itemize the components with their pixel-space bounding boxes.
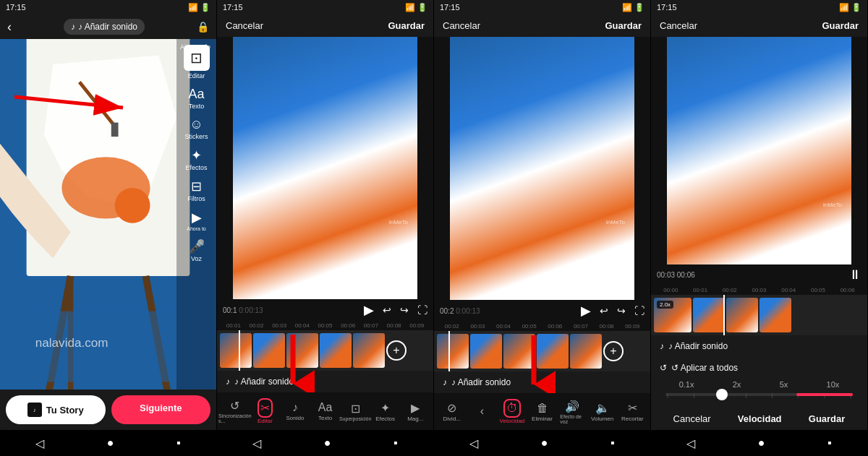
story-editor-header: ‹ ♪ ♪ Añadir sonido 🔒	[0, 14, 216, 39]
add-sound-bar-4[interactable]: ♪ ♪ Añadir sonido	[651, 335, 867, 357]
clip-thumb-3d	[537, 334, 569, 369]
toolbar-sound[interactable]: ♪ Sonido	[280, 400, 310, 423]
music-icon: ♪	[71, 22, 75, 32]
save-button-2[interactable]: Guardar	[388, 20, 425, 31]
story-canvas: nalavida.com ⊡ Editar Aa Texto ☺ Sticker…	[0, 39, 216, 390]
cancel-button-2[interactable]: Cancelar	[226, 20, 263, 31]
nav-home-4[interactable]: ●	[758, 436, 765, 449]
nav-recent-3[interactable]: ▪	[610, 436, 615, 449]
add-sound-bar-2[interactable]: ♪ ♪ Añadir sonido	[217, 371, 433, 392]
timeline-ruler-3: 00:02 00:03 00:04 00:05 00:06 00:07 00:0…	[434, 322, 650, 331]
voice-effect-icon: 🔊	[565, 400, 579, 413]
toolbar-mag[interactable]: ▶ Mag...	[400, 400, 430, 423]
toolbar-voice-effect[interactable]: 🔊 Efecto de voz	[557, 398, 587, 426]
toolbar-chevron-left[interactable]: ‹	[467, 403, 498, 420]
video-frame-2: InMeTo	[233, 37, 417, 299]
clip-thumb-2b	[253, 333, 285, 368]
tool-effects[interactable]: ✦ Efectos	[176, 145, 216, 174]
nav-recent-4[interactable]: ▪	[827, 436, 832, 449]
add-clip-button-2[interactable]: +	[386, 340, 407, 361]
toolbar-sync[interactable]: ↺ Sincronización s...	[220, 397, 250, 425]
toolbar-trim[interactable]: ✂ Recortar	[617, 400, 647, 423]
video-inner-3	[450, 37, 634, 300]
text-label: Texto	[189, 103, 205, 110]
clip-thumb-4b	[693, 298, 725, 332]
save-button-3[interactable]: Guardar	[605, 20, 642, 31]
cancel-button-4[interactable]: Cancelar	[660, 20, 697, 31]
nav-bar-1: ◁ ● ▪	[0, 430, 216, 456]
back-button[interactable]: ‹	[7, 20, 12, 35]
status-bar-1: 17:15 📶 🔋	[0, 0, 216, 14]
speed-bottom-bar: Cancelar Velocidad Guardar	[651, 408, 867, 430]
nav-home[interactable]: ●	[107, 436, 114, 449]
nav-bar-3: ◁ ● ▪	[434, 430, 650, 456]
speed-slider-thumb[interactable]	[716, 389, 728, 400]
time-display-4: 00:03 00:06	[657, 271, 695, 279]
nav-recent[interactable]: ▪	[176, 436, 181, 449]
nav-home-2[interactable]: ●	[324, 436, 331, 449]
edit-toolbar-label: Editar	[258, 418, 273, 424]
nav-recent-2[interactable]: ▪	[393, 436, 398, 449]
clip-thumb-4c	[726, 298, 758, 332]
tool-now[interactable]: ▶ Ahora tú	[176, 207, 216, 234]
toolbar-velocity[interactable]: ⏱ Velocidad	[497, 397, 527, 426]
undo-icon-3[interactable]: ↩	[600, 305, 608, 317]
redo-icon-3[interactable]: ↪	[617, 305, 626, 317]
redo-icon-2[interactable]: ↪	[400, 304, 409, 316]
effects-tool-label: Efectos	[375, 416, 395, 422]
clip-thumb-3b	[470, 334, 502, 369]
fullscreen-icon-3[interactable]: ⛶	[634, 305, 644, 317]
status-icons-2: 📶 🔋	[405, 3, 427, 12]
nav-back-3[interactable]: ◁	[469, 436, 478, 450]
add-sound-text-4: ♪ ♪ Añadir sonido	[660, 341, 728, 351]
toolbar-edit[interactable]: ✂ Editar	[250, 397, 281, 426]
toolbar-divide[interactable]: ⊘ Divid...	[437, 400, 467, 423]
lock-icon: 🔒	[197, 21, 209, 33]
chevron-left-icon: ‹	[480, 405, 484, 418]
pause-button-4[interactable]: ⏸	[848, 267, 861, 283]
speed-cancel-button[interactable]: Cancelar	[673, 413, 711, 424]
tool-filters[interactable]: ⊟ Filtros	[176, 176, 216, 205]
clip-thumb-2e	[353, 333, 385, 368]
nav-back-2[interactable]: ◁	[252, 436, 261, 450]
nav-back-4[interactable]: ◁	[686, 436, 695, 450]
delete-icon: 🗑	[537, 402, 548, 415]
nav-back[interactable]: ◁	[35, 436, 44, 450]
cancel-button-3[interactable]: Cancelar	[443, 20, 480, 31]
apply-all[interactable]: ↺ ↺ Aplicar a todos	[660, 363, 859, 373]
nav-home-3[interactable]: ●	[541, 436, 548, 449]
add-sound-bar-3[interactable]: ♪ ♪ Añadir sonido	[434, 371, 650, 393]
fullscreen-icon-2[interactable]: ⛶	[417, 304, 427, 316]
nav-bar-4: ◁ ● ▪	[651, 430, 867, 456]
tool-text[interactable]: Aa Texto	[176, 84, 216, 113]
tool-voice[interactable]: 🎤 Voz	[176, 236, 216, 265]
speed-label-5: 5x	[780, 380, 788, 389]
play-button-3[interactable]: ▶	[581, 303, 591, 319]
volume-icon: 🔈	[595, 401, 610, 415]
speed-section: ↺ ↺ Aplicar a todos 0.1x 2x 5x 10x | | |…	[651, 357, 867, 408]
add-sound-button[interactable]: ♪ ♪ Añadir sonido	[64, 19, 145, 35]
tool-stickers[interactable]: ☺ Stickers	[176, 114, 216, 143]
filters-icon: ⊟	[191, 178, 202, 194]
speed-label-2: 2x	[733, 380, 741, 389]
toolbar-text[interactable]: Aa Texto	[310, 400, 341, 423]
watermark-4: InMeTo	[823, 202, 842, 208]
next-label: Siguiente	[140, 403, 182, 413]
edit-label: Editar	[188, 72, 205, 79]
add-clip-button-3[interactable]: +	[603, 341, 624, 361]
play-button-2[interactable]: ▶	[364, 302, 374, 318]
speed-title: Velocidad	[738, 413, 782, 424]
toolbar-volume[interactable]: 🔈 Volumen	[587, 400, 618, 423]
speed-slider-track[interactable]: | | | | | | | |	[665, 393, 853, 396]
speed-save-button[interactable]: Guardar	[809, 413, 846, 424]
next-button[interactable]: Siguiente	[111, 395, 211, 424]
speed-label-10: 10x	[827, 380, 840, 389]
toolbar-overlay[interactable]: ⊡ Superposición	[340, 400, 370, 423]
story-label: Tu Story	[46, 405, 84, 416]
story-button[interactable]: ♪ Tu Story	[6, 395, 106, 424]
toolbar-delete[interactable]: 🗑 Eliminar	[527, 400, 558, 423]
save-button-4[interactable]: Guardar	[822, 20, 859, 31]
speed-label-01: 0.1x	[679, 380, 694, 389]
toolbar-effects[interactable]: ✦ Efectos	[370, 400, 401, 423]
undo-icon-2[interactable]: ↩	[383, 304, 391, 316]
